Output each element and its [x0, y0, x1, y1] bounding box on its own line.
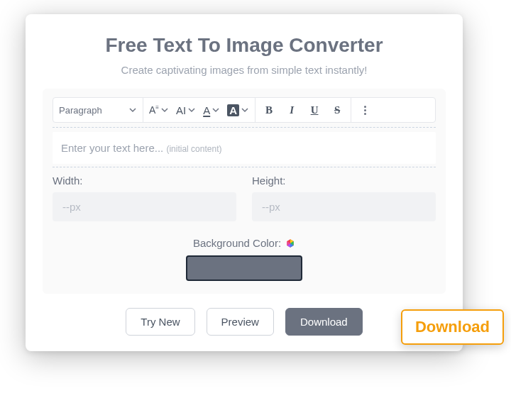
preview-button[interactable]: Preview — [207, 308, 274, 336]
background-label: Background Color: — [193, 237, 281, 249]
width-column: Width: — [53, 175, 236, 221]
download-button[interactable]: Download — [285, 308, 363, 336]
chevron-down-icon — [128, 106, 137, 114]
divider — [53, 167, 436, 167]
chevron-down-icon — [187, 106, 196, 114]
font-group: A≡ AI A A — [143, 98, 256, 122]
background-section: Background Color: — [53, 237, 436, 281]
download-callout: Download — [401, 309, 504, 345]
height-label: Height: — [252, 175, 436, 187]
paragraph-select-label: Paragraph — [59, 105, 102, 116]
paragraph-select[interactable]: Paragraph — [59, 105, 137, 116]
highlight-color-button[interactable]: A — [227, 101, 249, 118]
style-group: B I U S — [256, 98, 351, 122]
divider — [53, 127, 436, 128]
page-title: Free Text To Image Converter — [43, 34, 446, 57]
chevron-down-icon — [211, 106, 220, 114]
bold-button[interactable]: B — [261, 101, 277, 118]
chevron-down-icon — [241, 106, 249, 114]
height-input[interactable] — [252, 192, 436, 221]
background-label-row: Background Color: — [193, 237, 295, 249]
font-color-glyph: A — [203, 104, 210, 116]
highlight-glyph: A — [227, 104, 239, 116]
strikethrough-button[interactable]: S — [329, 101, 345, 118]
converter-card: Free Text To Image Converter Create capt… — [26, 14, 463, 351]
width-input[interactable] — [53, 192, 236, 221]
background-color-swatch[interactable] — [186, 255, 302, 281]
text-case-glyph: AI — [176, 104, 186, 116]
width-label: Width: — [53, 175, 236, 187]
editor-hint: (initial content) — [166, 144, 221, 154]
font-color-button[interactable]: A — [203, 101, 220, 118]
editor-placeholder: Enter your text here... — [61, 142, 163, 154]
text-editor[interactable]: Enter your text here... (initial content… — [53, 132, 436, 164]
editor-panel: Paragraph A≡ AI A A — [43, 89, 446, 294]
try-new-button[interactable]: Try New — [126, 308, 194, 336]
underline-button[interactable]: U — [307, 101, 322, 118]
text-case-button[interactable]: AI — [176, 101, 196, 118]
page-subtitle: Create captivating images from simple te… — [43, 64, 446, 76]
font-size-glyph: A≡ — [149, 104, 159, 116]
color-picker-icon — [285, 238, 295, 248]
chevron-down-icon — [160, 106, 169, 114]
more-options-button[interactable] — [357, 101, 373, 118]
action-buttons: Try New Preview Download — [43, 308, 446, 336]
block-format-group: Paragraph — [53, 98, 143, 122]
dimensions-row: Width: Height: — [53, 175, 436, 221]
font-size-button[interactable]: A≡ — [149, 101, 169, 118]
more-group — [351, 98, 378, 122]
editor-toolbar: Paragraph A≡ AI A A — [53, 97, 436, 123]
italic-button[interactable]: I — [284, 101, 300, 118]
height-column: Height: — [252, 175, 436, 221]
kebab-icon — [364, 106, 366, 115]
